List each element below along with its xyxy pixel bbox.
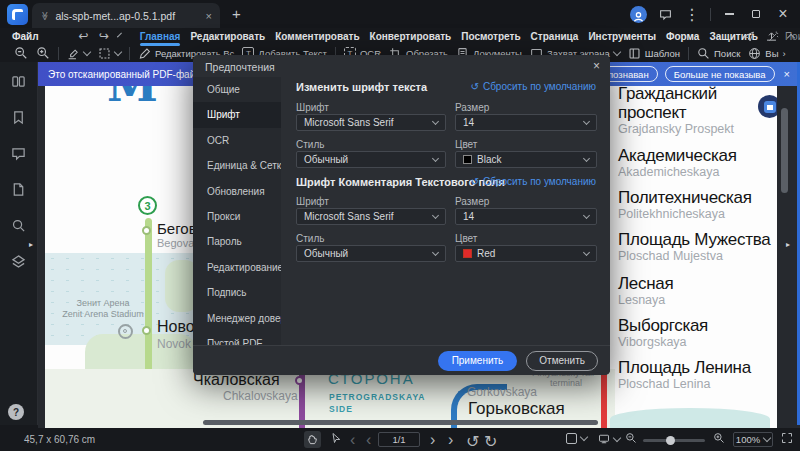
zoom-in-icon[interactable] [36,46,50,60]
size-value: 14 [463,117,474,128]
attachments-icon[interactable] [11,182,26,197]
page-number-input[interactable]: 1/1 [378,432,420,447]
zoom-level-select[interactable]: 100% [733,432,773,447]
more-arrow-icon: › [783,48,786,59]
divider [58,47,59,60]
first-page-button[interactable]: ‹ [350,431,355,449]
user-avatar[interactable] [630,6,647,23]
hand-tool-button[interactable] [304,431,321,448]
person-icon [632,10,645,23]
select-area-tool[interactable] [98,47,121,60]
redo-icon[interactable]: ↪ [99,29,109,43]
apply-button[interactable]: Применить [438,351,518,371]
black-swatch [463,155,472,164]
highlighter-icon [67,47,80,60]
nav-ocr[interactable]: OCR [193,128,281,153]
menu-form[interactable]: Форма [666,31,699,42]
presentation-icon [598,433,610,445]
horizontal-scrollbar[interactable] [203,420,598,425]
search-button[interactable]: Поиск [697,47,740,60]
panel-expander-icon[interactable]: ▸ [29,240,33,249]
font-select[interactable]: Microsoft Sans Serif [296,114,446,131]
dismiss-button[interactable]: Больше не показыва [665,66,775,82]
upload-cloud-icon[interactable] [765,30,778,43]
menu-convert[interactable]: Конвертировать [370,31,452,42]
menu-home[interactable]: Главная [140,31,181,42]
new-tab-button[interactable]: + [232,5,241,22]
dialog-close-icon[interactable]: × [593,59,600,73]
zoom-slider-thumb[interactable] [666,436,675,445]
language-button[interactable]: Вы › [748,47,785,60]
nav-general[interactable]: Общие [193,77,281,102]
zoom-out-icon [625,432,637,444]
template-button[interactable]: Шаблон [628,47,680,60]
style-value: Обычный [304,154,348,165]
zoom-out-button[interactable] [625,432,637,444]
font-value: Microsoft Sans Serif [304,117,393,128]
menu-tools[interactable]: Инструменты [588,31,656,42]
next-page-button[interactable]: › [430,431,435,449]
zoom-out-icon[interactable] [14,46,28,60]
nav-editing[interactable]: Редактирование [193,255,281,280]
select-tool-button[interactable] [330,432,342,444]
tab-title: als-spb-met...ap-0.5.1.pdf [55,10,199,22]
color-select[interactable]: Black [455,151,597,168]
station-begovaya-en: Begova [157,237,194,249]
nav-trust-manager[interactable]: Менеджер доверия [193,306,281,331]
bookmarks-icon[interactable] [11,110,26,125]
tab-close-icon[interactable]: × [206,10,212,22]
font-select-2[interactable]: Microsoft Sans Serif [296,208,446,225]
menubar-right-icons [742,30,794,43]
rotate-left-button[interactable]: ↺ [466,432,479,451]
document-tab[interactable]: ≫ als-spb-met...ap-0.5.1.pdf × [32,3,220,28]
nav-font[interactable]: Шрифт [193,102,281,127]
maximize-button[interactable] [747,5,765,23]
size-select[interactable]: 14 [455,114,597,131]
zoom-in-button[interactable] [713,432,725,444]
chevron-down-icon [83,47,91,55]
menu-page[interactable]: Страница [531,31,579,42]
rotate-right-button[interactable]: ↻ [484,432,497,451]
right-panel-expander-icon[interactable]: ▸ [786,240,790,249]
layers-icon[interactable] [11,254,26,269]
comments-icon[interactable] [11,146,26,161]
highlighter-tool[interactable] [67,47,90,60]
nav-signature[interactable]: Подпись [193,280,281,305]
fit-screen-button[interactable] [781,432,793,444]
nav-updates[interactable]: Обновления [193,179,281,204]
menu-comment[interactable]: Комментировать [275,31,359,42]
finlyandsky-label-2: terminal [550,378,582,388]
feedback-icon[interactable] [656,5,674,23]
share-icon[interactable] [742,30,755,43]
minimize-button[interactable] [720,5,738,23]
reset-label: Сбросить по умолчанию [483,81,596,92]
more-actions-chevron-icon[interactable] [117,32,122,37]
page-layout-button[interactable] [566,433,587,444]
size-select-2[interactable]: 14 [455,208,597,225]
vertical-scrollbar[interactable] [781,108,788,193]
close-button[interactable]: × [774,5,792,23]
reset-default-link[interactable]: ↺ Сбросить по умолчанию [471,81,596,92]
notification-close-icon[interactable]: × [784,68,790,80]
style-select-2[interactable]: Обычный [296,245,446,262]
menu-view[interactable]: Посмотреть [461,31,520,42]
landmark-icon [758,95,777,118]
presentation-button[interactable] [598,433,620,445]
search-panel-icon[interactable] [11,218,26,233]
collapse-toolbar-icon[interactable] [787,34,795,42]
prev-page-button[interactable]: ‹ [366,431,371,449]
cancel-button[interactable]: Отменить [526,351,598,371]
last-page-button[interactable]: › [448,431,453,449]
color-select-2[interactable]: Red [455,245,597,262]
menu-edit[interactable]: Редактировать [190,31,265,42]
help-button[interactable]: ? [8,404,24,420]
nav-units-grid[interactable]: Единица & Сетка [193,153,281,178]
reset-default-link-2[interactable]: ↺ Сбросить по умолчанию [471,176,596,187]
nav-proxy[interactable]: Прокси [193,204,281,229]
nav-password[interactable]: Пароль [193,229,281,254]
kebab-menu-icon[interactable]: ⋮ [683,5,701,23]
style-select[interactable]: Обычный [296,151,446,168]
thumbnails-icon[interactable] [11,74,26,89]
menu-file[interactable]: Файл [12,31,39,42]
undo-icon[interactable]: ↩ [79,29,89,43]
